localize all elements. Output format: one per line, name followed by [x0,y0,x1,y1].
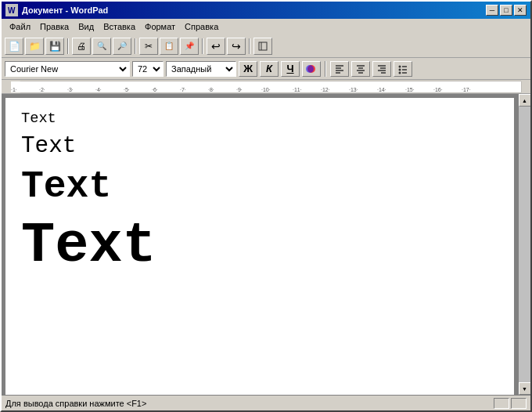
toolbar [2,34,530,58]
bullet-list-button[interactable] [394,61,412,77]
title-buttons: ─ □ ✕ [486,5,527,16]
svg-point-18 [399,65,401,67]
scroll-up-button[interactable]: ▲ [519,94,531,107]
maximize-button[interactable]: □ [500,5,512,16]
text-line-3: Text [21,165,498,208]
redo-button[interactable] [227,38,246,55]
menubar: Файл Правка Вид Вставка Формат Справка [2,19,530,34]
close-button[interactable]: ✕ [514,5,527,16]
svg-rect-2 [259,42,267,50]
extra-button[interactable] [253,38,272,55]
status-box-1 [494,398,509,409]
main-window: W Документ - WordPad ─ □ ✕ Файл Правка В… [0,0,532,412]
window-title: Документ - WordPad [22,5,108,15]
app-icon: W [5,4,18,16]
language-select[interactable]: Западный [166,61,236,77]
font-select[interactable]: Courier New [5,61,130,77]
svg-point-20 [399,68,401,70]
fmt-sep-1 [325,61,326,77]
formatting-bar: Courier New 72 Западный Ж К Ч [2,58,530,80]
menu-insert[interactable]: Вставка [99,20,140,33]
save-button[interactable] [45,38,64,55]
document-area: Text Text Text Text ▲ ▼ [2,94,530,395]
align-right-button[interactable] [372,61,391,77]
menu-edit[interactable]: Правка [35,20,74,33]
title-bar: W Документ - WordPad ─ □ ✕ [2,2,530,19]
minimize-button[interactable]: ─ [486,5,498,16]
italic-button[interactable]: К [260,61,279,77]
menu-help[interactable]: Справка [180,20,223,33]
ruler: ·1· ·2· ·3· ·4· ·5· ·6· ·7· ·8· ·9· ·10·… [2,80,530,94]
toolbar-sep-1 [67,38,69,54]
scroll-track[interactable] [519,107,531,382]
toolbar-sep-4 [249,38,250,54]
text-line-2: Text [21,133,498,159]
open-button[interactable] [25,38,44,55]
title-bar-left: W Документ - WordPad [5,4,108,16]
align-center-button[interactable] [351,61,370,77]
bold-button[interactable]: Ж [239,61,257,77]
menu-file[interactable]: Файл [5,20,35,33]
document-scroll[interactable]: Text Text Text Text [2,94,518,395]
scroll-down-button[interactable]: ▼ [519,382,531,395]
print-button[interactable] [72,38,91,55]
menu-view[interactable]: Вид [74,20,99,33]
statusbar: Для вывода справки нажмите <F1> [2,395,530,410]
new-button[interactable] [5,38,23,55]
find-button[interactable] [113,38,131,55]
toolbar-sep-3 [202,38,203,54]
toolbar-sep-2 [135,38,136,54]
status-right [494,398,527,409]
status-text: Для вывода справки нажмите <F1> [5,399,146,408]
svg-point-22 [399,71,401,74]
underline-button[interactable]: Ч [281,61,300,77]
print-preview-button[interactable] [92,38,111,55]
svg-text:W: W [8,6,16,15]
undo-button[interactable] [207,38,225,55]
text-line-4: Text [21,214,498,278]
copy-button[interactable] [160,38,178,55]
color-button[interactable] [302,61,321,77]
align-left-button[interactable] [330,61,349,77]
font-size-select[interactable]: 72 [132,61,164,77]
cut-button[interactable] [139,38,158,55]
status-box-2 [511,398,527,409]
menu-format[interactable]: Формат [140,20,180,33]
text-line-1: Text [21,110,498,127]
vertical-scrollbar[interactable]: ▲ ▼ [518,94,530,395]
svg-point-5 [306,65,314,73]
paste-button[interactable] [180,38,199,55]
document-page[interactable]: Text Text Text Text [5,98,514,395]
